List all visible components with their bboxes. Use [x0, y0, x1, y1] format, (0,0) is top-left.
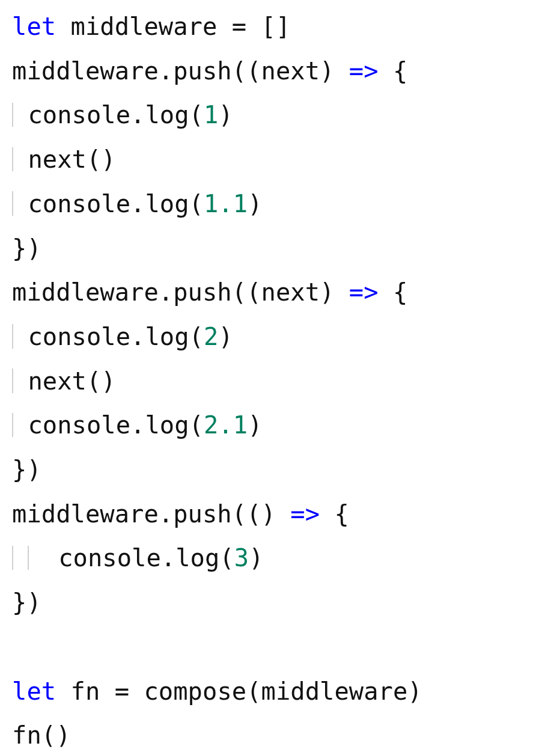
indent-guide	[12, 368, 13, 393]
indent-guide	[12, 413, 13, 438]
code-token: 3	[234, 543, 249, 572]
code-token: 2	[204, 322, 218, 351]
code-token: middleware.push((next)	[12, 57, 349, 85]
code-token: middleware.push((next)	[12, 278, 349, 307]
code-token: )	[218, 100, 233, 129]
code-token: 1	[204, 100, 218, 129]
indent-guide	[12, 191, 13, 216]
code-block: let middleware = [] middleware.push((nex…	[0, 0, 560, 755]
indent-guide	[12, 147, 13, 172]
code-token	[13, 543, 28, 572]
indent-guide	[12, 546, 13, 570]
code-token: console.log(	[13, 100, 204, 129]
code-token: middleware.push(()	[12, 500, 290, 528]
code-token: next()	[13, 367, 116, 396]
code-token: })	[12, 588, 41, 617]
code-token: {	[379, 278, 408, 307]
code-token: {	[320, 500, 349, 528]
code-token: })	[12, 455, 41, 484]
code-token: {	[379, 57, 408, 85]
code-token: console.log(	[13, 189, 204, 218]
indent-guide	[12, 324, 13, 349]
code-token: =>	[290, 500, 320, 528]
code-token: console.log(	[29, 543, 234, 572]
code-token: next()	[13, 145, 116, 174]
indent-guide	[28, 546, 29, 570]
code-token: )	[248, 189, 262, 218]
code-token: =>	[349, 278, 379, 307]
code-token: })	[12, 234, 41, 263]
code-token: let	[12, 12, 71, 41]
code-token: fn()	[12, 721, 71, 750]
code-token: 1.1	[204, 189, 248, 218]
code-token: 2.1	[204, 411, 248, 439]
code-token: console.log(	[13, 411, 204, 439]
code-token: =>	[349, 57, 379, 85]
indent-guide	[12, 103, 13, 127]
code-token: middleware = []	[71, 12, 291, 41]
code-token: let	[12, 677, 71, 706]
code-token: )	[218, 322, 233, 351]
code-token: )	[248, 411, 262, 439]
code-token: console.log(	[13, 322, 204, 351]
code-token: )	[249, 543, 263, 572]
code-token: fn = compose(middleware)	[71, 677, 422, 706]
